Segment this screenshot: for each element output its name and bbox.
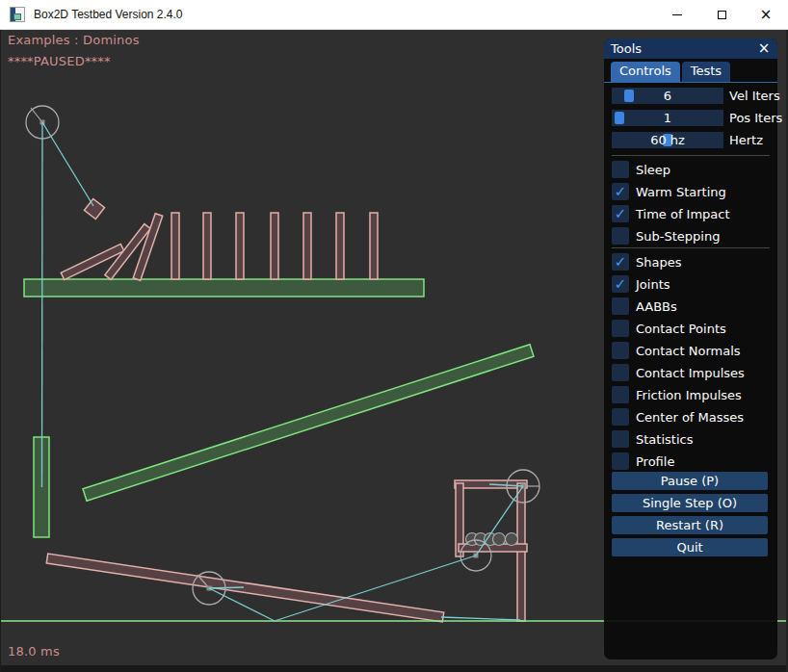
checkbox-profile[interactable]: ✓ Profile [612,451,674,472]
cradle-ball-4 [493,533,506,546]
tab-tests[interactable]: Tests [682,62,730,82]
app-icon-pane [13,13,21,20]
checkbox-label: Center of Masses [636,410,744,425]
checkbox-center-of-masses[interactable]: ✓ Center of Masses [612,406,744,427]
checkbox-statistics[interactable]: ✓ Statistics [612,428,693,450]
minimize-icon [672,14,682,15]
slider-hertz: 60 hz Hertz [612,132,763,148]
checkbox-label: Joints [636,277,670,292]
app-window: Box2D Testbed Version 2.4.0 × Examples :… [0,0,788,672]
checkbox-label: Sub-Stepping [636,229,720,244]
domino-falling-3 [133,214,163,281]
app-icon [10,7,25,22]
slider-value: 6 [612,88,723,104]
slider-track[interactable]: 60 hz [612,132,723,148]
checkbox-box[interactable]: ✓ [612,297,629,315]
slider-pos-iters: 1 Pos Iters [612,110,782,126]
checkbox-box[interactable]: ✓ [612,183,629,200]
maximize-icon [718,11,726,19]
joint-rope-vertical [42,122,43,487]
checkbox-friction-impulses[interactable]: ✓ Friction Impulses [612,384,742,405]
slider-value: 60 hz [612,132,723,148]
checkbox-label: Warm Starting [636,185,726,199]
joint-plank-post [441,617,520,620]
domino-platform [24,279,424,297]
domino-standing-7 [370,213,378,279]
domino-standing-2 [203,213,211,279]
seesaw-plank [46,554,443,622]
slider-track[interactable]: 6 [612,88,723,104]
close-icon: × [760,8,773,22]
checkbox-box[interactable]: ✓ [612,227,629,245]
single-step-button[interactable]: Single Step (O) [612,494,768,512]
checkbox-box[interactable]: ✓ [612,342,629,359]
window-left-border [0,30,1,672]
frame-time-label: 18.0 ms [8,644,60,659]
tab-underline [604,82,777,83]
domino-standing-4 [271,213,278,279]
checkbox-joints[interactable]: ✓ Joints [612,273,670,295]
checkbox-label: Sleep [636,163,670,177]
separator [612,247,770,248]
restart-button[interactable]: Restart (R) [612,516,768,534]
checkbox-box[interactable]: ✓ [612,253,629,271]
checkbox-box[interactable]: ✓ [612,275,629,293]
checkbox-label: Shapes [636,255,681,270]
checkbox-label: Contact Impulses [636,366,745,380]
tools-panel: Tools × Controls Tests 6 Vel Iters 1 Pos… [604,39,777,659]
separator [612,155,770,156]
checkbox-label: Time of Impact [636,207,730,221]
slider-track[interactable]: 1 [612,110,723,126]
minimize-button[interactable] [655,0,699,30]
joint-pendulum [42,122,93,206]
checkbox-box[interactable]: ✓ [612,386,629,403]
cradle-ball-5 [506,533,518,546]
domino-standing-3 [236,213,244,279]
checkbox-label: Contact Normals [636,344,741,358]
checkbox-contact-impulses[interactable]: ✓ Contact Impulses [612,362,745,383]
check-icon: ✓ [615,185,627,199]
domino-standing-5 [303,213,311,279]
checkbox-box[interactable]: ✓ [612,320,629,337]
close-button[interactable]: × [744,0,788,30]
pause-button[interactable]: Pause (P) [612,472,768,490]
check-icon: ✓ [615,207,627,221]
tools-panel-title: Tools [611,41,642,56]
pendulum-box [84,198,104,219]
checkbox-shapes[interactable]: ✓ Shapes [612,251,681,272]
paused-label: ****PAUSED**** [8,54,111,68]
checkbox-aabbs[interactable]: ✓ AABBs [612,296,677,317]
tab-controls[interactable]: Controls [611,62,680,82]
check-icon: ✓ [615,255,627,270]
checkbox-sub-stepping[interactable]: ✓ Sub-Stepping [612,225,720,246]
tab-bar: Controls Tests [611,62,730,82]
checkbox-label: Statistics [636,432,693,447]
tools-panel-titlebar[interactable]: Tools × [604,39,777,59]
checkbox-box[interactable]: ✓ [612,452,629,470]
quit-button[interactable]: Quit [612,538,768,556]
checkbox-warm-starting[interactable]: ✓ Warm Starting [612,181,726,202]
checkbox-box[interactable]: ✓ [612,430,629,448]
checkbox-contact-normals[interactable]: ✓ Contact Normals [612,340,741,361]
window-title: Box2D Testbed Version 2.4.0 [34,8,183,21]
slider-label: Pos Iters [729,111,782,125]
tools-close-button[interactable]: × [755,39,773,57]
checkbox-box[interactable]: ✓ [612,364,629,381]
maximize-button[interactable] [699,0,744,30]
checkbox-box[interactable]: ✓ [612,161,629,178]
checkbox-box[interactable]: ✓ [612,205,629,222]
slider-value: 1 [612,110,723,126]
check-icon: ✓ [615,277,627,292]
checkbox-sleep[interactable]: ✓ Sleep [612,159,670,180]
angled-green-plank [83,345,534,501]
checkbox-box[interactable]: ✓ [612,408,629,426]
checkbox-time-of-impact[interactable]: ✓ Time of Impact [612,203,730,224]
window-bottom-border [0,665,788,672]
example-label: Examples : Dominos [8,33,140,47]
checkbox-label: Friction Impulses [636,388,742,402]
checkbox-contact-points[interactable]: ✓ Contact Points [612,318,726,339]
checkbox-label: Profile [636,454,674,469]
slider-vel-iters: 6 Vel Iters [612,88,780,104]
checkbox-label: Contact Points [636,322,726,336]
slider-label: Hertz [729,133,763,147]
